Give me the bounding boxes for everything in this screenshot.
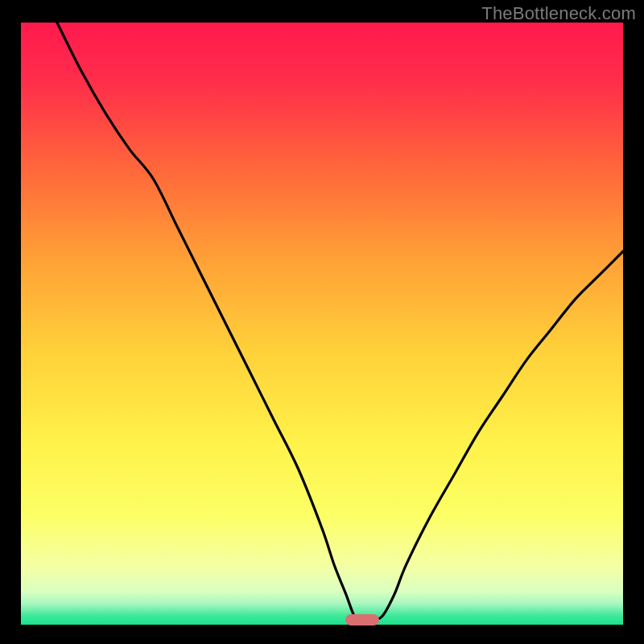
gradient-background [21, 23, 623, 625]
chart-frame: TheBottleneck.com [0, 0, 644, 644]
bottleneck-chart [21, 23, 623, 625]
optimal-marker [345, 614, 379, 625]
plot-area [21, 23, 623, 625]
attribution-text: TheBottleneck.com [481, 3, 636, 24]
